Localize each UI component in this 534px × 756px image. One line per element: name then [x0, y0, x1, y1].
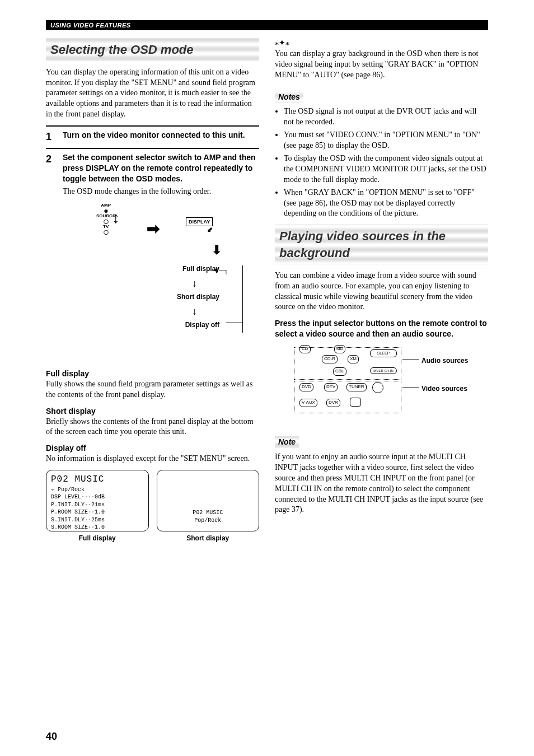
short-display-screen: P02 MUSIC Pop/Rock — [157, 470, 260, 531]
section-header: USING VIDEO FEATURES — [46, 20, 488, 30]
step-heading: Turn on the video monitor connected to t… — [63, 130, 259, 141]
step-subtext: The OSD mode changes in the following or… — [63, 186, 259, 197]
osd-cycle-diagram: AMP◉ SOURCE◯ TV◯ ↕ ➡ DISPLAY ⬋ ⬇ Full di… — [68, 203, 259, 360]
arrow-right-icon: ➡ — [147, 218, 160, 240]
audio-sources-label: Audio sources — [421, 356, 468, 365]
full-display-text: Fully shows the sound field program para… — [46, 379, 259, 400]
display-off-heading: Display off — [46, 443, 259, 454]
tip-icon: ⁎✦⁎ — [275, 38, 488, 49]
page-number: 40 — [46, 731, 57, 743]
cycle-off-label: Display off — [185, 320, 219, 329]
section-title-background: Playing video sources in the background — [275, 225, 488, 264]
note-paragraph: If you want to enjoy an audio source inp… — [275, 452, 488, 515]
full-display-screen: P02 MUSIC ÷ Pop/Rock DSP LEVEL····0dB P.… — [46, 470, 149, 531]
display-off-text: No information is displayed except for t… — [46, 454, 259, 464]
notes-label: Notes — [275, 91, 303, 104]
note-label: Note — [275, 436, 299, 449]
notes-list: The OSD signal is not output at the DVR … — [275, 106, 488, 219]
short-display-heading: Short display — [46, 406, 259, 417]
short-display-text: Briefly shows the contents of the front … — [46, 417, 259, 438]
bg-intro: You can combine a video image from a vid… — [275, 270, 488, 313]
step-1: 1 Turn on the video monitor connected to… — [46, 130, 259, 143]
full-display-heading: Full display — [46, 368, 259, 379]
note-item: When "GRAY BACK" in "OPTION MENU" is set… — [284, 188, 488, 220]
note-item: To display the OSD with the component vi… — [284, 153, 488, 185]
arrow-down-icon: ↓ — [192, 305, 197, 318]
step-heading: Set the component selector switch to AMP… — [63, 152, 259, 184]
note-item: The OSD signal is not output at the DVR … — [284, 106, 488, 128]
bg-instruction: Press the input selector buttons on the … — [275, 318, 488, 339]
section-title-osd: Selecting the OSD mode — [46, 38, 259, 62]
arrow-down-icon: ⬇ — [212, 242, 222, 259]
video-sources-label: Video sources — [421, 384, 467, 393]
step-2: 2 Set the component selector switch to A… — [46, 152, 259, 197]
left-column: Selecting the OSD mode You can display t… — [46, 38, 259, 547]
note-item: You must set "VIDEO CONV." in "OPTION ME… — [284, 130, 488, 151]
remote-sources-diagram: MD CD CD-R XM SLEEP CBL MULTI CH IN DVD … — [286, 345, 488, 423]
arrow-down-icon: ↓ — [192, 277, 197, 290]
cycle-short-label: Short display — [177, 292, 219, 301]
step-number: 2 — [46, 152, 56, 197]
screen-caption: Full display — [46, 534, 149, 543]
intro-paragraph: You can display the operating informatio… — [46, 67, 259, 120]
screen-caption: Short display — [157, 534, 260, 543]
tip-paragraph: You can display a gray background in the… — [275, 49, 488, 81]
right-column: ⁎✦⁎ You can display a gray background in… — [275, 38, 488, 547]
step-number: 1 — [46, 130, 56, 143]
